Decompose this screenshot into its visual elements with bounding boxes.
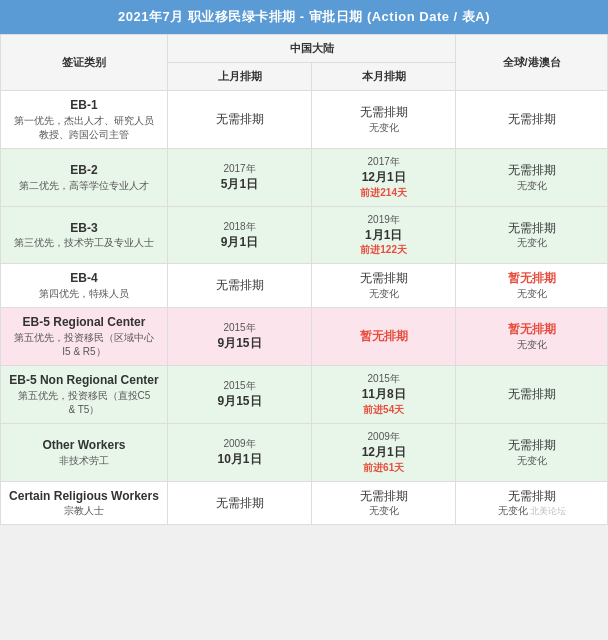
watermark: 北美论坛 bbox=[530, 505, 566, 518]
visa-code: Certain Religious Workers bbox=[5, 488, 163, 505]
last-month-cell: 2015年 9月15日 bbox=[167, 308, 311, 366]
this-month-change: 前进214天 bbox=[316, 186, 451, 200]
global-change: 无变化 bbox=[460, 287, 603, 301]
this-month-value: 无需排期 bbox=[316, 488, 451, 505]
this-month-date: 12月1日 bbox=[316, 444, 451, 461]
visa-desc: 宗教人士 bbox=[5, 504, 163, 518]
visa-desc: 第四优先，特殊人员 bbox=[5, 287, 163, 301]
global-value: 无需排期 bbox=[460, 437, 603, 454]
visa-desc: 第二优先，高等学位专业人才 bbox=[5, 179, 163, 193]
global-value: 无需排期 bbox=[460, 220, 603, 237]
last-month-year: 2015年 bbox=[172, 379, 307, 393]
this-month-year: 2019年 bbox=[316, 213, 451, 227]
this-month-date: 11月8日 bbox=[316, 386, 451, 403]
global-value: 暂无排期 bbox=[460, 270, 603, 287]
page-title: 2021年7月 职业移民绿卡排期 - 审批日期 (Action Date / 表… bbox=[0, 0, 608, 34]
global-value: 无需排期 bbox=[460, 162, 603, 179]
this-month-cell: 2019年1月1日前进122天 bbox=[312, 206, 456, 264]
last-month-cell: 2015年 9月15日 bbox=[167, 365, 311, 423]
visa-code: EB-1 bbox=[5, 97, 163, 114]
this-month-cell: 无需排期无变化 bbox=[312, 91, 456, 149]
header-last-month: 上月排期 bbox=[167, 63, 311, 91]
table-row: EB-5 Non Regional Center 第五优先，投资移民（直投C5&… bbox=[1, 365, 608, 423]
this-month-cell: 2009年12月1日前进61天 bbox=[312, 423, 456, 481]
main-container: 2021年7月 职业移民绿卡排期 - 审批日期 (Action Date / 表… bbox=[0, 0, 608, 525]
header-visa-type: 签证类别 bbox=[1, 35, 168, 91]
last-month-value: 无需排期 bbox=[172, 495, 307, 512]
global-cell: 暂无排期无变化 bbox=[456, 308, 608, 366]
table-row: EB-4 第四优先，特殊人员无需排期无需排期无变化暂无排期无变化 bbox=[1, 264, 608, 308]
last-month-value: 无需排期 bbox=[172, 111, 307, 128]
visa-desc: 第五优先，投资移民（区域中心I5 & R5） bbox=[5, 331, 163, 359]
visa-desc: 第三优先，技术劳工及专业人士 bbox=[5, 236, 163, 250]
last-month-cell: 2017年 5月1日 bbox=[167, 148, 311, 206]
global-change: 无变化 bbox=[460, 236, 603, 250]
table-row: Certain Religious Workers 宗教人士无需排期无需排期无变… bbox=[1, 481, 608, 525]
last-month-date: 9月1日 bbox=[172, 234, 307, 251]
last-month-year: 2015年 bbox=[172, 321, 307, 335]
last-month-date: 10月1日 bbox=[172, 451, 307, 468]
this-month-cell: 2015年11月8日前进54天 bbox=[312, 365, 456, 423]
header-global: 全球/港澳台 bbox=[456, 35, 608, 91]
header-china-mainland: 中国大陆 bbox=[167, 35, 455, 63]
this-month-change: 前进61天 bbox=[316, 461, 451, 475]
this-month-value: 暂无排期 bbox=[316, 328, 451, 345]
this-month-value: 无需排期 bbox=[316, 104, 451, 121]
visa-type-cell: EB-5 Regional Center 第五优先，投资移民（区域中心I5 & … bbox=[1, 308, 168, 366]
this-month-year: 2017年 bbox=[316, 155, 451, 169]
visa-code: EB-5 Non Regional Center bbox=[5, 372, 163, 389]
this-month-cell: 无需排期无变化 bbox=[312, 481, 456, 525]
table-row: EB-3 第三优先，技术劳工及专业人士2018年 9月1日2019年1月1日前进… bbox=[1, 206, 608, 264]
global-value: 无需排期 bbox=[460, 386, 603, 403]
global-cell: 无需排期无变化 bbox=[456, 423, 608, 481]
visa-desc: 第一优先，杰出人才、研究人员教授、跨国公司主管 bbox=[5, 114, 163, 142]
this-month-cell: 无需排期无变化 bbox=[312, 264, 456, 308]
last-month-date: 9月15日 bbox=[172, 335, 307, 352]
visa-code: EB-5 Regional Center bbox=[5, 314, 163, 331]
visa-type-cell: EB-1 第一优先，杰出人才、研究人员教授、跨国公司主管 bbox=[1, 91, 168, 149]
this-month-cell: 暂无排期 bbox=[312, 308, 456, 366]
visa-code: EB-3 bbox=[5, 220, 163, 237]
global-cell: 无需排期无变化 bbox=[456, 206, 608, 264]
this-month-change: 无变化 bbox=[316, 287, 451, 301]
last-month-cell: 无需排期 bbox=[167, 91, 311, 149]
this-month-value: 无需排期 bbox=[316, 270, 451, 287]
table-row: EB-5 Regional Center 第五优先，投资移民（区域中心I5 & … bbox=[1, 308, 608, 366]
visa-type-cell: Certain Religious Workers 宗教人士 bbox=[1, 481, 168, 525]
global-value: 无需排期 bbox=[460, 111, 603, 128]
this-month-year: 2009年 bbox=[316, 430, 451, 444]
global-cell: 暂无排期无变化 bbox=[456, 264, 608, 308]
table-row: Other Workers 非技术劳工2009年 10月1日2009年12月1日… bbox=[1, 423, 608, 481]
global-cell: 无需排期 bbox=[456, 365, 608, 423]
last-month-cell: 2009年 10月1日 bbox=[167, 423, 311, 481]
visa-code: EB-4 bbox=[5, 270, 163, 287]
last-month-value: 无需排期 bbox=[172, 277, 307, 294]
this-month-date: 12月1日 bbox=[316, 169, 451, 186]
visa-type-cell: EB-2 第二优先，高等学位专业人才 bbox=[1, 148, 168, 206]
last-month-cell: 无需排期 bbox=[167, 264, 311, 308]
last-month-cell: 无需排期 bbox=[167, 481, 311, 525]
visa-code: EB-2 bbox=[5, 162, 163, 179]
this-month-change: 前进122天 bbox=[316, 243, 451, 257]
last-month-year: 2009年 bbox=[172, 437, 307, 451]
global-change: 无变化 bbox=[460, 338, 603, 352]
last-month-date: 9月15日 bbox=[172, 393, 307, 410]
this-month-date: 1月1日 bbox=[316, 227, 451, 244]
global-cell: 无需排期无变化 bbox=[456, 148, 608, 206]
global-change: 无变化 bbox=[498, 504, 528, 518]
this-month-change: 前进54天 bbox=[316, 403, 451, 417]
global-cell: 无需排期 bbox=[456, 91, 608, 149]
visa-desc: 第五优先，投资移民（直投C5& T5） bbox=[5, 389, 163, 417]
this-month-year: 2015年 bbox=[316, 372, 451, 386]
visa-type-cell: EB-5 Non Regional Center 第五优先，投资移民（直投C5&… bbox=[1, 365, 168, 423]
visa-type-cell: EB-4 第四优先，特殊人员 bbox=[1, 264, 168, 308]
last-month-year: 2018年 bbox=[172, 220, 307, 234]
visa-type-cell: Other Workers 非技术劳工 bbox=[1, 423, 168, 481]
last-month-date: 5月1日 bbox=[172, 176, 307, 193]
this-month-change: 无变化 bbox=[316, 504, 451, 518]
this-month-cell: 2017年12月1日前进214天 bbox=[312, 148, 456, 206]
header-this-month: 本月排期 bbox=[312, 63, 456, 91]
global-change: 无变化 bbox=[460, 179, 603, 193]
last-month-cell: 2018年 9月1日 bbox=[167, 206, 311, 264]
table-row: EB-1 第一优先，杰出人才、研究人员教授、跨国公司主管无需排期无需排期无变化无… bbox=[1, 91, 608, 149]
